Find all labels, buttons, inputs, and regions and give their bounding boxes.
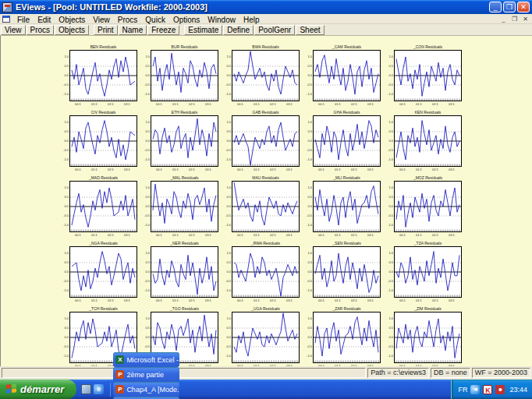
y-axis-label: -1.0	[62, 355, 69, 358]
residual-line-plot	[151, 50, 218, 101]
chart-title: _ZIM Residuals	[394, 305, 462, 312]
y-axis-label: 1.0	[305, 317, 312, 320]
y-axis-label: 0.0	[62, 139, 69, 143]
residual-line-plot	[394, 246, 462, 298]
x-axis-label: 02:1	[432, 168, 438, 171]
toolbar-button-view[interactable]: View	[1, 25, 26, 35]
x-axis-label: 02:1	[351, 233, 357, 237]
kaspersky-icon[interactable]: K	[483, 385, 492, 394]
y-axis-label: -0.5	[224, 149, 231, 152]
child-close-button[interactable]: ✕	[520, 15, 530, 23]
y-axis-label: 0.5	[305, 65, 312, 68]
menu-item-view[interactable]: View	[89, 16, 114, 24]
window-title: EViews - [Pool: UNTITLED Workfile: 2000-…	[16, 2, 489, 12]
y-axis-label: 0.0	[386, 139, 393, 143]
menu-item-options[interactable]: Options	[169, 16, 204, 24]
y-axis-label: 0.5	[386, 261, 393, 264]
x-axis-label: 02:1	[108, 298, 114, 302]
y-axis-label: 0.0	[62, 205, 69, 208]
residual-line-plot	[313, 115, 381, 167]
residual-chart-cell: _SEN Residuals1.00.50.0-0.5-1.000:101:10…	[313, 240, 381, 305]
toolbar-button-estimate[interactable]: Estimate	[184, 25, 222, 35]
residual-chart-cell: BEN Residuals1.00.50.0-0.5-1.000:101:102…	[69, 44, 137, 109]
y-axis-label: -0.5	[224, 83, 231, 87]
y-axis-label: 1.0	[386, 121, 393, 124]
taskbar-button-excel[interactable]: XMicrosoft Excel - ...	[113, 352, 179, 367]
language-indicator[interactable]: FR	[458, 386, 467, 394]
x-axis-label: 02:1	[270, 298, 276, 302]
status-wf-panel: WF = 2000-2003	[472, 368, 530, 378]
x-axis-label: 00:1	[318, 364, 325, 366]
y-axis-label: -1.0	[224, 355, 231, 358]
y-axis-label: 1.0	[224, 186, 231, 189]
chart-title: CIV Residuals	[69, 109, 137, 115]
messenger-icon[interactable]: ◄	[470, 385, 480, 394]
excel-icon: X	[115, 355, 124, 364]
toolbar-button-define[interactable]: Define	[223, 25, 254, 35]
menu-item-objects[interactable]: Objects	[55, 16, 89, 24]
toolbar-button-procs[interactable]: Procs	[27, 25, 55, 35]
y-axis-label: -1.0	[143, 224, 150, 227]
status-path-panel: Path = c:\eviews3	[367, 368, 429, 378]
toolbar-button-print[interactable]: Print	[94, 25, 118, 35]
x-axis-label: 02:1	[270, 364, 276, 366]
x-axis-label: 01:1	[254, 168, 260, 171]
show-desktop-icon[interactable]	[81, 384, 91, 394]
x-axis-label: 00:1	[318, 168, 325, 171]
menu-item-procs[interactable]: Procs	[114, 16, 142, 24]
internet-explorer-icon[interactable]: e	[94, 384, 104, 394]
y-axis-label: 1.0	[224, 121, 231, 124]
close-button[interactable]: ✕	[517, 2, 530, 12]
chart-title: _UGA Residuals	[232, 305, 300, 312]
y-axis-label: 0.5	[143, 130, 150, 133]
toolbar-button-sheet[interactable]: Sheet	[296, 25, 324, 35]
x-axis-label: 03:1	[449, 102, 455, 106]
y-axis-label: 1.0	[305, 186, 312, 189]
menu-item-file[interactable]: File	[13, 16, 34, 24]
child-minimize-button[interactable]: _	[498, 15, 509, 23]
y-axis-label: -1.0	[386, 289, 393, 292]
windows-flag-icon	[6, 383, 17, 394]
x-axis-label: 01:1	[416, 364, 422, 366]
start-button[interactable]: démarrer	[0, 380, 76, 399]
x-axis-label: 00:1	[75, 168, 81, 171]
menu-item-edit[interactable]: Edit	[34, 16, 55, 24]
y-axis-label: 1.0	[143, 186, 150, 189]
antivirus-shield-icon[interactable]: ☻	[495, 385, 505, 394]
y-axis-label: 1.0	[305, 121, 312, 124]
y-axis-label: 0.5	[143, 65, 150, 68]
toolbar-button-objects[interactable]: Objects	[55, 25, 89, 35]
toolbar-button-poolgenr[interactable]: PoolGenr	[254, 25, 295, 35]
y-axis-label: 0.5	[224, 130, 231, 133]
x-axis-label: 03:1	[449, 233, 455, 237]
residual-chart-cell: _ZAR Residuals1.00.50.0-0.5-1.000:101:10…	[313, 305, 381, 366]
child-restore-button[interactable]: ❐	[509, 15, 520, 23]
toolbar-button-name[interactable]: Name	[119, 25, 147, 35]
x-axis-label: 03:1	[286, 168, 293, 171]
residual-line-plot	[394, 312, 462, 363]
y-axis-label: 0.0	[386, 205, 393, 208]
chart-title: _SEN Residuals	[313, 240, 381, 246]
x-axis-label: 00:1	[237, 298, 243, 302]
menu-item-quick[interactable]: Quick	[141, 16, 169, 24]
restore-button[interactable]: ❐	[503, 2, 516, 12]
taskbar-button-powerpoint[interactable]: P2ème partie	[113, 367, 179, 382]
toolbar-button-freeze[interactable]: Freeze	[147, 25, 179, 35]
menu-item-help[interactable]: Help	[239, 16, 264, 24]
residual-chart-cell: _MLI Residuals1.00.50.0-0.5-1.000:101:10…	[313, 175, 381, 240]
y-axis-label: 0.5	[224, 65, 231, 68]
taskbar-button-powerpoint[interactable]: PChap4_A [Mode...	[113, 382, 179, 397]
residual-line-plot	[69, 115, 137, 167]
x-axis-label: 02:1	[351, 168, 357, 171]
start-button-label: démarrer	[20, 383, 64, 395]
residual-chart-cell: _UGA Residuals1.00.50.0-0.5-1.000:101:10…	[232, 305, 300, 366]
menu-item-window[interactable]: Window	[204, 16, 239, 24]
y-axis-label: -1.0	[305, 224, 312, 227]
minimize-button[interactable]: _	[489, 2, 502, 12]
taskbar-clock: 23:44	[509, 386, 527, 394]
x-axis-label: 01:1	[91, 233, 98, 237]
chart-title: _MAL Residuals	[151, 175, 218, 181]
x-axis-label: 00:1	[399, 233, 406, 237]
x-axis-label: 02:1	[189, 168, 195, 171]
chart-title: GAB Residuals	[232, 109, 300, 115]
